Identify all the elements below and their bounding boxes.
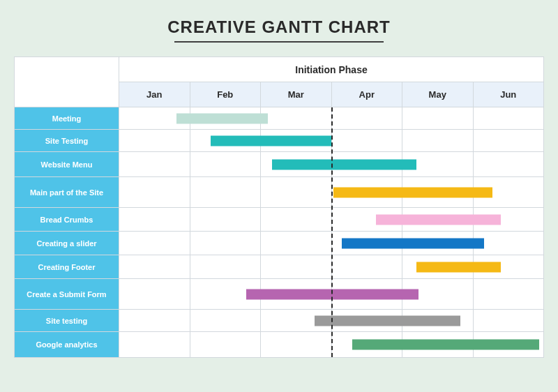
timeline-cell: [473, 152, 544, 176]
timeline-cell: [402, 208, 473, 231]
phase-header: Initiation Phase: [119, 57, 543, 82]
timeline-cell: [119, 107, 190, 129]
timeline-cell: [331, 177, 402, 207]
header-label-blank: [15, 57, 119, 82]
gantt-body: MeetingSite TestingWebsite MenuMain part…: [15, 107, 543, 357]
timeline-cell: [119, 232, 190, 255]
timeline-cell: [190, 107, 261, 129]
timeline-cell: [119, 130, 190, 151]
task-row: Bread Crumbs: [15, 208, 543, 232]
task-label: Creating a slider: [15, 232, 119, 255]
timeline-cell: [331, 130, 402, 151]
timeline-cell: [331, 310, 402, 331]
header-row-months: JanFebMarAprMayJun: [15, 82, 543, 107]
timeline-cell: [260, 107, 331, 129]
task-label: Site Testing: [15, 130, 119, 152]
task-row: Meeting: [15, 107, 543, 130]
timeline-cell: [190, 255, 261, 278]
timeline-cell: [473, 107, 544, 129]
timeline-cell: [473, 332, 544, 357]
timeline-cell: [119, 177, 190, 207]
timeline-cell: [402, 107, 473, 129]
month-cell: Jan: [119, 82, 190, 107]
timeline-cell: [402, 177, 473, 207]
task-label: Google analytics: [15, 332, 119, 357]
timeline-cell: [260, 232, 331, 255]
task-label: Main part of the Site: [15, 177, 119, 208]
timeline-cell: [402, 279, 473, 309]
timeline-cell: [331, 232, 402, 255]
task-label: Creating Footer: [15, 255, 119, 279]
timeline-cell: [402, 232, 473, 255]
chart-title: CREATIVE GANTT CHART: [14, 17, 544, 37]
header-label-blank-2: [15, 82, 119, 107]
timeline-cell: [402, 332, 473, 357]
today-marker: [331, 107, 333, 357]
timeline-cell: [331, 332, 402, 357]
timeline-cell: [260, 130, 331, 151]
timeline-cell: [119, 310, 190, 331]
timeline-cell: [119, 152, 190, 176]
task-label: Bread Crumbs: [15, 208, 119, 232]
month-cell: May: [402, 82, 473, 107]
timeline-cell: [190, 130, 261, 151]
timeline-cell: [190, 208, 261, 231]
task-row: Creating Footer: [15, 255, 543, 279]
timeline-cell: [190, 279, 261, 309]
task-row: Site Testing: [15, 130, 543, 152]
timeline-cell: [473, 130, 544, 151]
timeline-cell: [402, 152, 473, 176]
task-label: Website Menu: [15, 152, 119, 177]
timeline-cell: [402, 310, 473, 331]
month-cell: Mar: [260, 82, 331, 107]
task-label: Create a Submit Form: [15, 279, 119, 310]
timeline-cell: [260, 279, 331, 309]
timeline-cell: [473, 232, 544, 255]
task-row: Website Menu: [15, 152, 543, 177]
timeline-cell: [190, 232, 261, 255]
timeline-cell: [190, 332, 261, 357]
task-row: Creating a slider: [15, 232, 543, 255]
timeline-cell: [119, 279, 190, 309]
task-row: Google analytics: [15, 332, 543, 357]
month-cell: Jun: [473, 82, 544, 107]
task-row: Create a Submit Form: [15, 279, 543, 310]
month-cell: Apr: [331, 82, 402, 107]
task-label: Site testing: [15, 310, 119, 332]
header-row-phase: Initiation Phase: [15, 57, 543, 82]
months-header: JanFebMarAprMayJun: [119, 82, 543, 107]
timeline-cell: [473, 279, 544, 309]
task-label: Meeting: [15, 107, 119, 130]
timeline-cell: [190, 152, 261, 176]
timeline-cell: [473, 177, 544, 207]
timeline-cell: [260, 177, 331, 207]
timeline-cell: [260, 208, 331, 231]
timeline-cell: [260, 310, 331, 331]
timeline-cell: [331, 255, 402, 278]
timeline-cell: [331, 208, 402, 231]
timeline-cell: [473, 208, 544, 231]
gantt-chart: Initiation Phase JanFebMarAprMayJun Meet…: [14, 56, 544, 358]
task-row: Main part of the Site: [15, 177, 543, 208]
timeline-cell: [402, 255, 473, 278]
timeline-cell: [473, 310, 544, 331]
timeline-cell: [402, 130, 473, 151]
task-row: Site testing: [15, 310, 543, 332]
timeline-cell: [119, 332, 190, 357]
timeline-cell: [260, 255, 331, 278]
timeline-cell: [331, 279, 402, 309]
timeline-cell: [260, 152, 331, 176]
title-underline: [174, 41, 384, 43]
timeline-cell: [119, 255, 190, 278]
month-cell: Feb: [190, 82, 261, 107]
timeline-cell: [260, 332, 331, 357]
timeline-cell: [190, 177, 261, 207]
timeline-cell: [473, 255, 544, 278]
timeline-cell: [331, 107, 402, 129]
timeline-cell: [190, 310, 261, 331]
timeline-cell: [331, 152, 402, 176]
timeline-cell: [119, 208, 190, 231]
